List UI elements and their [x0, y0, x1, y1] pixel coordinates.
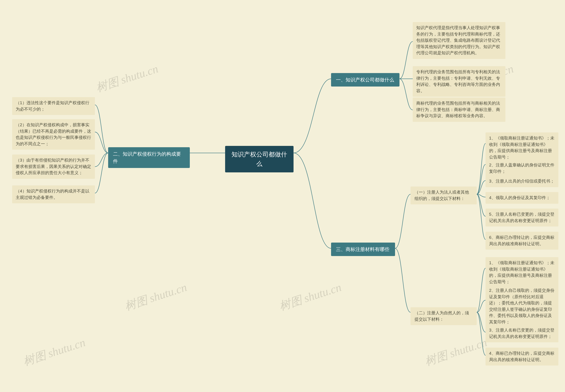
branch-1-item-2[interactable]: 专利代理的业务范围包括所有与专利相关的法律行为，主要包括：专利申请、专利无效、专…: [413, 66, 505, 97]
branch-2-item-3[interactable]: （3）由于有些侵犯知识产权的行为并不要求有损害后果，因果关系的认定对确定侵权人所…: [12, 154, 95, 179]
sub-a-item-5[interactable]: 5、注册人名称已变更的，须提交登记机关出具的名称变更证明原件；: [485, 209, 558, 226]
mindmap-canvas: 树图 shutu.cn 树图 shutu.cn 树图 shutu.cn 树图 s…: [0, 0, 565, 392]
sub-a-item-1[interactable]: 1、《领取商标注册证通知书》；未收到《领取商标注册证通知书》的，应提供商标注册号…: [485, 132, 558, 163]
sub-a-item-3[interactable]: 3、注册人出具的介绍信或委托书；: [485, 175, 558, 187]
branch-2-item-1[interactable]: （1）违法性这个要件是知识产权侵权行为必不可少的；: [12, 97, 95, 115]
watermark: 树图 shutu.cn: [94, 61, 160, 96]
branch-1-item-3[interactable]: 商标代理的业务范围包括所有与商标相关的法律行为，主要包括：商标申请、商标注册、商…: [413, 98, 505, 122]
branch-3-sub-b[interactable]: （二）注册人为自然人的，须提交以下材料：: [411, 307, 477, 325]
sub-a-item-6[interactable]: 6、商标已办理转让的，应提交商标局出具的核准商标转让证明。: [485, 232, 558, 250]
watermark: 树图 shutu.cn: [277, 280, 343, 314]
branch-1-item-1[interactable]: 知识产权代理是指代理当事人处理知识产权事务的行为，主要包括专利代理和商标代理，还…: [413, 22, 505, 59]
sub-b-item-3[interactable]: 3、注册人名称已变更的，须提交登记机关出具的名称变更证明原件；: [485, 324, 558, 342]
sub-b-item-2[interactable]: 2、注册人自己领取的，须提交身份证及复印件（原件经比对后退还）；委托他人代为领取…: [485, 285, 558, 328]
sub-a-item-4[interactable]: 4、领取人的身份证及其复印件；: [485, 192, 558, 204]
branch-2[interactable]: 二、知识产权侵权行为的构成要件: [108, 147, 190, 168]
branch-3-sub-a[interactable]: （一）注册人为法人或者其他组织的，须提交以下材料：: [411, 186, 477, 204]
watermark: 树图 shutu.cn: [21, 335, 87, 369]
watermark: 树图 shutu.cn: [423, 335, 489, 369]
sub-b-item-1[interactable]: 1、《领取商标注册证通知书》；未收到《领取商标注册证通知书》的，应提供商标注册号…: [485, 257, 558, 288]
branch-2-item-4[interactable]: （4）知识产权侵权行为的构成并不是以主观过错为必备要件。: [12, 185, 95, 203]
branch-2-item-2[interactable]: （2）在知识产权侵权构成中，损害事实（结果）已经不再是必需的构成要件，这也是知识…: [12, 119, 95, 150]
sub-b-item-4[interactable]: 4、商标已办理转让的，应提交商标局出具的核准商标转让证明。: [485, 348, 558, 365]
branch-3[interactable]: 三、商标注册材料有哪些: [331, 243, 395, 256]
branch-1[interactable]: 一、知识产权公司都做什么: [331, 73, 400, 86]
root-node[interactable]: 知识产权公司都做什么: [225, 146, 293, 172]
sub-a-item-2[interactable]: 2、注册人盖章确认的身份证明文件复印件；: [485, 159, 558, 177]
watermark: 树图 shutu.cn: [123, 280, 189, 314]
